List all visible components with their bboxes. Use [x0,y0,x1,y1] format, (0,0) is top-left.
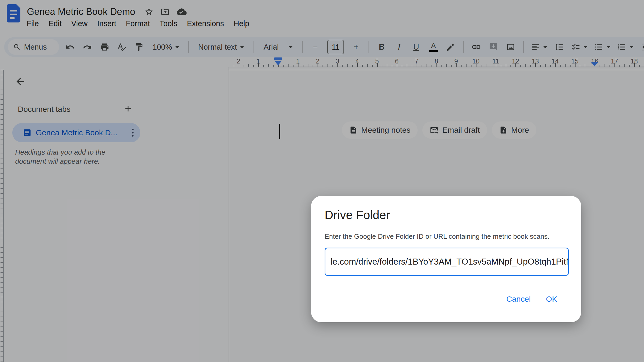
folder-url-input[interactable]: le.com/drive/folders/1BYoY3AM_TO1sv5aMNp… [325,248,569,276]
cancel-button[interactable]: Cancel [506,295,531,303]
dialog-message: Enter the Google Drive Folder ID or URL … [325,232,549,241]
ok-button[interactable]: OK [546,295,557,303]
google-docs-window: Genea Metric Book Demo File Edit View In… [0,0,644,362]
dialog-title: Drive Folder [325,208,390,222]
drive-folder-dialog: Drive Folder Enter the Google Drive Fold… [311,196,581,322]
